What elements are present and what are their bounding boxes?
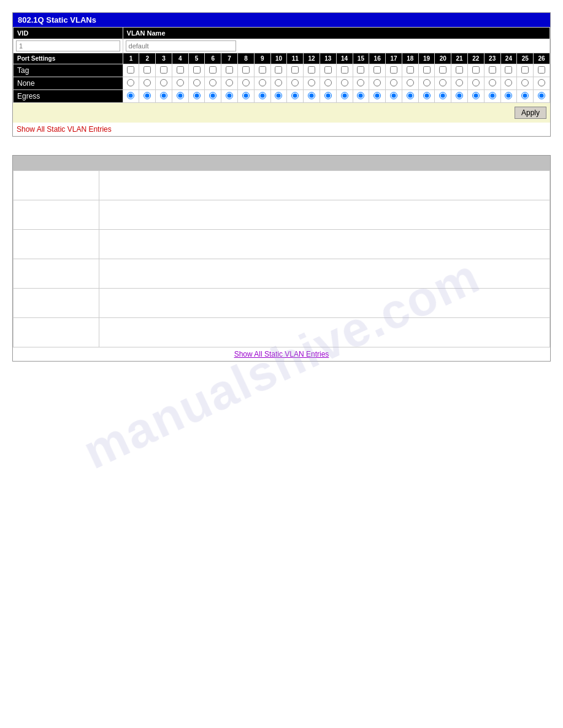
tag-checkbox-5[interactable] xyxy=(193,66,201,74)
egress-radio-13[interactable] xyxy=(324,92,332,99)
none-rb-4[interactable] xyxy=(172,77,188,90)
none-radio-1[interactable] xyxy=(127,79,134,86)
none-rb-5[interactable] xyxy=(188,77,205,90)
egress-rb-15[interactable] xyxy=(353,90,369,103)
egress-radio-14[interactable] xyxy=(341,92,348,99)
none-rb-2[interactable] xyxy=(139,77,156,90)
egress-radio-2[interactable] xyxy=(144,92,151,99)
egress-rb-22[interactable] xyxy=(467,90,484,103)
tag-checkbox-24[interactable] xyxy=(505,66,512,74)
egress-rb-1[interactable] xyxy=(123,90,139,103)
egress-rb-24[interactable] xyxy=(500,90,517,103)
egress-rb-3[interactable] xyxy=(156,90,172,103)
none-radio-18[interactable] xyxy=(407,79,414,86)
none-radio-22[interactable] xyxy=(472,79,480,86)
tag-checkbox-11[interactable] xyxy=(291,66,299,74)
none-rb-12[interactable] xyxy=(304,77,320,90)
none-rb-18[interactable] xyxy=(402,77,418,90)
none-radio-23[interactable] xyxy=(489,79,496,86)
egress-radio-1[interactable] xyxy=(127,92,134,99)
tag-cb-15[interactable] xyxy=(353,64,369,77)
tag-checkbox-20[interactable] xyxy=(439,66,446,74)
none-radio-10[interactable] xyxy=(275,79,282,86)
tag-cb-19[interactable] xyxy=(418,64,435,77)
egress-rb-17[interactable] xyxy=(386,90,402,103)
tag-checkbox-22[interactable] xyxy=(472,66,480,74)
tag-checkbox-16[interactable] xyxy=(373,66,381,74)
egress-rb-14[interactable] xyxy=(336,90,353,103)
tag-checkbox-10[interactable] xyxy=(275,66,282,74)
egress-rb-21[interactable] xyxy=(451,90,468,103)
show-all-link[interactable]: Show All Static VLAN Entries xyxy=(17,125,112,134)
tag-cb-13[interactable] xyxy=(320,64,336,77)
none-rb-6[interactable] xyxy=(205,77,221,90)
egress-radio-5[interactable] xyxy=(193,92,201,99)
tag-checkbox-3[interactable] xyxy=(160,66,167,74)
vid-input[interactable] xyxy=(16,40,120,51)
tag-checkbox-19[interactable] xyxy=(423,66,431,74)
egress-radio-24[interactable] xyxy=(505,92,512,99)
tag-checkbox-23[interactable] xyxy=(489,66,496,74)
tag-cb-21[interactable] xyxy=(451,64,468,77)
tag-cb-3[interactable] xyxy=(156,64,172,77)
egress-radio-18[interactable] xyxy=(407,92,414,99)
none-radio-21[interactable] xyxy=(456,79,463,86)
none-rb-22[interactable] xyxy=(467,77,484,90)
egress-radio-6[interactable] xyxy=(209,92,216,99)
egress-rb-8[interactable] xyxy=(238,90,255,103)
none-rb-10[interactable] xyxy=(270,77,287,90)
tag-cb-10[interactable] xyxy=(270,64,287,77)
none-rb-14[interactable] xyxy=(336,77,353,90)
egress-radio-21[interactable] xyxy=(456,92,463,99)
none-radio-24[interactable] xyxy=(505,79,512,86)
tag-checkbox-8[interactable] xyxy=(242,66,250,74)
none-radio-16[interactable] xyxy=(373,79,381,86)
tag-checkbox-21[interactable] xyxy=(456,66,463,74)
none-rb-1[interactable] xyxy=(123,77,139,90)
second-show-all-link[interactable]: Show All Static VLAN Entries xyxy=(234,350,329,358)
none-radio-26[interactable] xyxy=(538,79,545,86)
none-rb-20[interactable] xyxy=(435,77,451,90)
tag-cb-17[interactable] xyxy=(386,64,402,77)
tag-checkbox-25[interactable] xyxy=(521,66,529,74)
none-rb-3[interactable] xyxy=(156,77,172,90)
tag-cb-24[interactable] xyxy=(500,64,517,77)
none-radio-2[interactable] xyxy=(144,79,151,86)
tag-cb-8[interactable] xyxy=(238,64,255,77)
tag-checkbox-7[interactable] xyxy=(226,66,233,74)
tag-checkbox-2[interactable] xyxy=(144,66,151,74)
egress-rb-25[interactable] xyxy=(517,90,534,103)
egress-rb-23[interactable] xyxy=(484,90,500,103)
egress-radio-3[interactable] xyxy=(160,92,167,99)
none-radio-12[interactable] xyxy=(308,79,315,86)
tag-checkbox-26[interactable] xyxy=(538,66,545,74)
egress-radio-26[interactable] xyxy=(538,92,545,99)
none-radio-6[interactable] xyxy=(209,79,216,86)
none-rb-17[interactable] xyxy=(386,77,402,90)
tag-cb-23[interactable] xyxy=(484,64,500,77)
egress-radio-11[interactable] xyxy=(291,92,299,99)
none-rb-23[interactable] xyxy=(484,77,500,90)
none-radio-20[interactable] xyxy=(439,79,446,86)
egress-rb-10[interactable] xyxy=(270,90,287,103)
tag-checkbox-15[interactable] xyxy=(357,66,364,74)
tag-cb-26[interactable] xyxy=(534,64,550,77)
egress-rb-16[interactable] xyxy=(369,90,386,103)
tag-checkbox-13[interactable] xyxy=(324,66,332,74)
egress-rb-11[interactable] xyxy=(287,90,304,103)
tag-cb-18[interactable] xyxy=(402,64,418,77)
egress-rb-18[interactable] xyxy=(402,90,418,103)
tag-cb-25[interactable] xyxy=(517,64,534,77)
tag-checkbox-17[interactable] xyxy=(390,66,397,74)
tag-checkbox-1[interactable] xyxy=(127,66,134,74)
tag-cb-22[interactable] xyxy=(467,64,484,77)
tag-cb-4[interactable] xyxy=(172,64,188,77)
egress-rb-19[interactable] xyxy=(418,90,435,103)
none-rb-25[interactable] xyxy=(517,77,534,90)
tag-cb-14[interactable] xyxy=(336,64,353,77)
none-rb-7[interactable] xyxy=(221,77,238,90)
egress-radio-4[interactable] xyxy=(177,92,184,99)
egress-radio-19[interactable] xyxy=(423,92,431,99)
tag-cb-2[interactable] xyxy=(139,64,156,77)
egress-rb-6[interactable] xyxy=(205,90,221,103)
